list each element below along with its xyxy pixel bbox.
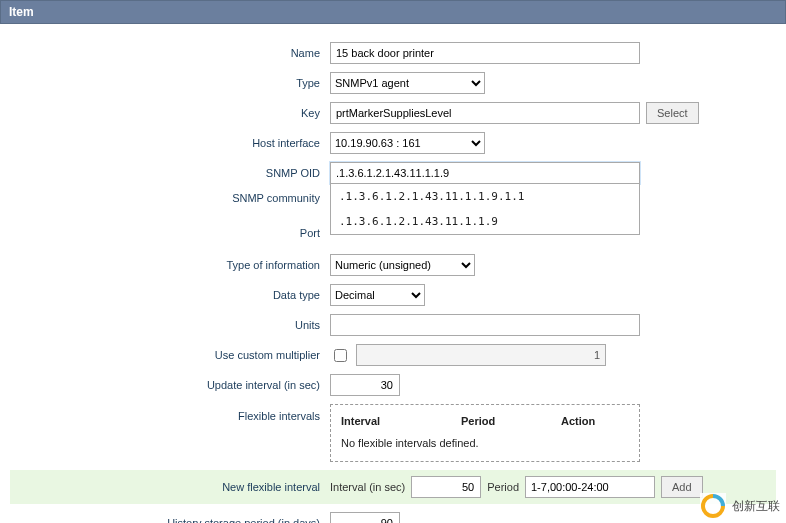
multiplier-input xyxy=(356,344,606,366)
oid-suggestion-item[interactable]: .1.3.6.1.2.1.43.11.1.1.9 xyxy=(331,209,639,234)
flexible-intervals-header: Interval Period Action xyxy=(341,411,629,431)
row-name: Name xyxy=(10,42,776,64)
watermark-icon xyxy=(700,493,726,519)
panel-title: Item xyxy=(9,5,34,19)
type-select[interactable]: SNMPv1 agent xyxy=(330,72,485,94)
label-key: Key xyxy=(10,107,330,119)
label-host-interface: Host interface xyxy=(10,137,330,149)
label-type-of-information: Type of information xyxy=(10,259,330,271)
update-interval-input[interactable] xyxy=(330,374,400,396)
col-interval: Interval xyxy=(341,415,461,427)
col-action: Action xyxy=(561,415,621,427)
new-interval-period-label: Period xyxy=(487,481,519,493)
row-update-interval: Update interval (in sec) xyxy=(10,374,776,396)
label-use-custom-multiplier: Use custom multiplier xyxy=(10,349,330,361)
host-interface-select[interactable]: 10.19.90.63 : 161 xyxy=(330,132,485,154)
label-type: Type xyxy=(10,77,330,89)
add-button[interactable]: Add xyxy=(661,476,703,498)
label-snmp-oid: SNMP OID xyxy=(10,167,330,179)
oid-suggestion-list: .1.3.6.1.2.1.43.11.1.1.9.1.1 .1.3.6.1.2.… xyxy=(330,184,640,235)
flexible-intervals-empty: No flexible intervals defined. xyxy=(341,431,629,455)
history-storage-input[interactable] xyxy=(330,512,400,523)
label-units: Units xyxy=(10,319,330,331)
row-key: Key Select xyxy=(10,102,776,124)
oid-suggestion-item[interactable]: .1.3.6.1.2.1.43.11.1.1.9.1.1 xyxy=(331,184,639,209)
row-flexible-intervals: Flexible intervals Interval Period Actio… xyxy=(10,404,776,462)
flexible-intervals-box: Interval Period Action No flexible inter… xyxy=(330,404,640,462)
label-data-type: Data type xyxy=(10,289,330,301)
new-interval-sec-input[interactable] xyxy=(411,476,481,498)
watermark-text: 创新互联 xyxy=(732,498,780,515)
new-interval-sec-label: Interval (in sec) xyxy=(330,481,405,493)
label-snmp-community: SNMP community xyxy=(10,192,330,204)
units-input[interactable] xyxy=(330,314,640,336)
item-form: Name Type SNMPv1 agent Key Select Host i… xyxy=(0,24,786,523)
row-use-custom-multiplier: Use custom multiplier xyxy=(10,344,776,366)
label-flexible-intervals: Flexible intervals xyxy=(10,404,330,422)
row-history-storage: History storage period (in days) xyxy=(10,512,776,523)
watermark: 创新互联 xyxy=(700,493,780,519)
select-button[interactable]: Select xyxy=(646,102,699,124)
label-update-interval: Update interval (in sec) xyxy=(10,379,330,391)
row-type-of-information: Type of information Numeric (unsigned) xyxy=(10,254,776,276)
row-host-interface: Host interface 10.19.90.63 : 161 xyxy=(10,132,776,154)
row-units: Units xyxy=(10,314,776,336)
use-custom-multiplier-checkbox[interactable] xyxy=(334,349,347,362)
label-name: Name xyxy=(10,47,330,59)
snmp-oid-input[interactable] xyxy=(330,162,640,184)
panel-header: Item xyxy=(0,0,786,24)
row-new-flexible-interval: New flexible interval Interval (in sec) … xyxy=(10,470,776,504)
type-of-information-select[interactable]: Numeric (unsigned) xyxy=(330,254,475,276)
name-input[interactable] xyxy=(330,42,640,64)
label-port: Port xyxy=(10,227,330,239)
row-type: Type SNMPv1 agent xyxy=(10,72,776,94)
col-period: Period xyxy=(461,415,561,427)
row-data-type: Data type Decimal xyxy=(10,284,776,306)
key-input[interactable] xyxy=(330,102,640,124)
label-new-flexible-interval: New flexible interval xyxy=(10,481,330,493)
row-snmp-oid: SNMP OID .1.3.6.1.2.1.43.11.1.1.9.1.1 .1… xyxy=(10,162,776,184)
label-history-storage: History storage period (in days) xyxy=(10,517,330,523)
data-type-select[interactable]: Decimal xyxy=(330,284,425,306)
new-interval-period-input[interactable] xyxy=(525,476,655,498)
